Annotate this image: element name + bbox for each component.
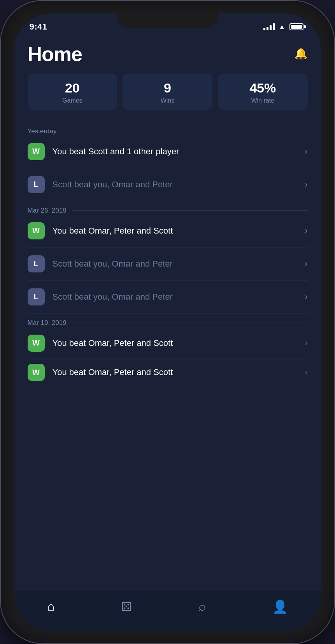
page-title: Home <box>28 42 82 66</box>
loss-badge: L <box>28 288 45 305</box>
nav-item-home[interactable]: ⌂ <box>39 596 62 617</box>
list-item[interactable]: L Scott beat you, Omar and Peter › <box>28 248 308 281</box>
chevron-right-icon: › <box>305 180 307 190</box>
phone-frame: 9:41 ▲ Home <box>0 0 335 644</box>
game-list-scroll[interactable]: Yesterday W You beat Scott and 1 other p… <box>28 122 308 590</box>
section-divider <box>62 131 307 131</box>
signal-icon <box>263 23 275 30</box>
stat-card-wins: 9 Wins <box>123 73 212 110</box>
game-text: Scott beat you, Omar and Peter <box>53 180 301 190</box>
loss-badge: L <box>28 176 45 193</box>
games-value: 20 <box>32 80 113 96</box>
search-icon: ⌕ <box>198 599 206 614</box>
list-item[interactable]: W You beat Omar, Peter and Scott › <box>28 360 308 385</box>
list-item[interactable]: L Scott beat you, Omar and Peter › <box>28 281 308 314</box>
list-item[interactable]: W You beat Omar, Peter and Scott › <box>28 215 308 248</box>
loss-badge: L <box>28 255 45 272</box>
section-label-mar19: Mar 19, 2019 <box>28 319 67 327</box>
section-header-mar19: Mar 19, 2019 <box>28 314 308 327</box>
chevron-right-icon: › <box>305 292 307 302</box>
winrate-value: 45% <box>223 80 303 96</box>
game-text: You beat Omar, Peter and Scott <box>53 226 301 236</box>
win-badge: W <box>28 364 45 381</box>
chevron-right-icon: › <box>305 338 307 348</box>
games-label: Games <box>32 97 113 104</box>
list-item[interactable]: W You beat Scott and 1 other player › <box>28 135 308 168</box>
win-badge: W <box>28 335 45 352</box>
stats-row: 20 Games 9 Wins 45% Win rate <box>28 73 308 110</box>
stat-card-winrate: 45% Win rate <box>218 73 308 110</box>
list-item[interactable]: L Scott beat you, Omar and Peter › <box>28 168 308 201</box>
wifi-icon: ▲ <box>279 23 286 31</box>
header: Home 🔔 <box>28 35 308 73</box>
list-item[interactable]: W You beat Omar, Peter and Scott › <box>28 327 308 360</box>
status-icons: ▲ <box>263 23 306 31</box>
home-icon: ⌂ <box>47 599 54 614</box>
profile-icon: 👤 <box>272 599 288 614</box>
section-label-yesterday: Yesterday <box>28 127 57 135</box>
section-divider <box>72 210 308 211</box>
notification-bell-icon[interactable]: 🔔 <box>294 47 308 60</box>
game-text: Scott beat you, Omar and Peter <box>53 292 301 302</box>
nav-item-profile[interactable]: 👤 <box>265 596 296 617</box>
section-header-mar26: Mar 26, 2019 <box>28 201 308 215</box>
section-label-mar26: Mar 26, 2019 <box>28 207 67 215</box>
win-badge: W <box>28 143 45 160</box>
battery-icon <box>289 23 306 30</box>
chevron-right-icon: › <box>305 259 307 269</box>
winrate-label: Win rate <box>223 97 303 104</box>
game-text: You beat Omar, Peter and Scott <box>53 338 301 348</box>
game-text: Scott beat you, Omar and Peter <box>53 259 301 269</box>
chevron-right-icon: › <box>305 226 307 236</box>
win-badge: W <box>28 222 45 239</box>
phone-screen: 9:41 ▲ Home <box>14 13 321 631</box>
wins-value: 9 <box>127 80 208 96</box>
wins-label: Wins <box>127 97 208 104</box>
game-text: You beat Scott and 1 other player <box>53 147 301 157</box>
chevron-right-icon: › <box>305 147 307 157</box>
section-header-yesterday: Yesterday <box>28 122 308 135</box>
section-divider <box>72 323 308 323</box>
screen-content: Home 🔔 20 Games 9 Wins 45% Win rate <box>14 35 321 590</box>
bottom-nav: ⌂ ⚄ ⌕ 👤 <box>14 590 321 631</box>
nav-item-search[interactable]: ⌕ <box>191 596 214 617</box>
status-time: 9:41 <box>30 22 47 32</box>
chevron-right-icon: › <box>305 367 307 377</box>
dice-icon: ⚄ <box>121 599 132 614</box>
game-text: You beat Omar, Peter and Scott <box>53 367 301 377</box>
nav-item-games[interactable]: ⚄ <box>113 596 140 617</box>
notch <box>117 13 218 28</box>
stat-card-games: 20 Games <box>28 73 118 110</box>
